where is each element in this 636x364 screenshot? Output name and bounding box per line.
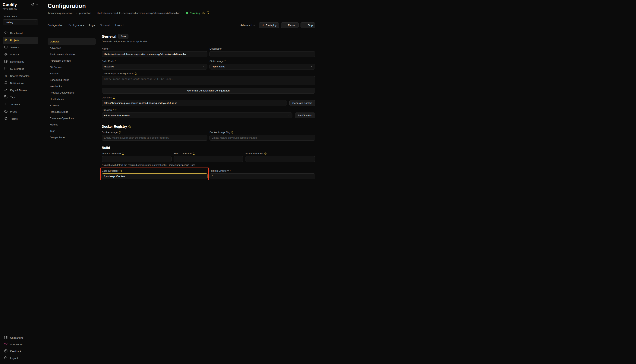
sidebar-item-projects[interactable]: Projects [3,37,38,44]
name-field: Name* [102,47,207,57]
breadcrumb-project[interactable]: illicitonion quote server [48,12,73,14]
info-icon[interactable] [231,131,234,134]
required-asterisk: * [230,170,231,172]
status-dot [186,12,188,14]
subnav-environment-variables[interactable]: Environment Variables [48,51,96,58]
map-icon [4,60,8,64]
docker-image-input[interactable] [102,135,207,141]
status-badge[interactable]: Running [190,12,200,14]
install-command-input[interactable] [102,156,172,162]
restart-button[interactable]: Restart [281,22,299,28]
sidebar-item-terminal[interactable]: Terminal [3,101,38,108]
build-pack-select[interactable]: Nixpacks [102,64,207,70]
start-command-input[interactable] [245,156,315,162]
required-asterisk: * [113,108,114,112]
breadcrumb: illicitonion quote server production ill… [48,11,315,15]
subnav-resource-limits[interactable]: Resource Limits [48,108,96,115]
tab-logs[interactable]: Logs [89,24,95,27]
tab-deployments[interactable]: Deployments [68,24,84,27]
chevron-down-icon [288,114,290,117]
sidebar-item-destinations[interactable]: Destinations [3,58,38,65]
team-select-value: Hosting [5,21,13,24]
header-actions: Advanced Redeploy Restart Stop [240,22,315,28]
generate-domain-button[interactable]: Generate Domain [289,100,315,106]
docker-image-tag-input[interactable] [209,135,315,141]
advanced-dropdown[interactable]: Advanced [240,24,255,27]
subnav-resource-operations[interactable]: Resource Operations [48,115,96,121]
chevron-down-icon [202,65,205,68]
subnav-general[interactable]: General [48,38,96,45]
required-asterisk: * [109,47,110,50]
subnav-rollback[interactable]: Rollback [48,102,96,108]
chevron-down-icon [310,65,313,68]
info-icon[interactable] [122,152,124,155]
sidebar-item-notifications[interactable]: Notifications [3,80,38,86]
general-form: General Save General configuration for y… [102,34,315,179]
tabs: Configuration Deployments Logs Terminal … [48,24,125,27]
static-image-select[interactable]: nginx:alpine [209,64,315,70]
base-directory-input[interactable] [102,173,207,179]
sidebar-collapse-icon[interactable] [36,3,38,6]
tag-icon [4,95,8,99]
direction-select[interactable]: Allow www & non-www. [102,112,292,118]
database-icon [4,67,8,71]
chevron-right-icon [182,12,184,14]
sidebar-item-teams[interactable]: Teams [3,115,38,122]
subnav-healthcheck[interactable]: Healthcheck [48,96,96,102]
description-input[interactable] [209,51,315,57]
build-command-input[interactable] [173,156,244,162]
theme-sun-icon[interactable] [31,3,34,7]
save-button[interactable]: Save [118,34,128,39]
sidebar-item-tags[interactable]: Tags [3,94,38,101]
subnav-metrics[interactable]: Metrics [48,121,96,128]
framework-docs-link[interactable]: Framework Specific Docs [167,164,195,166]
subnav-webhooks[interactable]: Webhooks [48,83,96,90]
subnav-git-source[interactable]: Git Source [48,64,96,70]
sidebar-item-keys-tokens[interactable]: Keys & Tokens [3,86,38,94]
generate-nginx-config-button[interactable]: Generate Default Nginx Configuration [102,88,315,94]
set-direction-button[interactable]: Set Direction [295,112,315,118]
key-icon [4,88,8,92]
tab-terminal[interactable]: Terminal [100,24,110,27]
custom-nginx-textarea[interactable] [102,76,315,85]
info-icon[interactable] [134,72,137,75]
info-icon[interactable] [264,152,267,155]
sidebar-item-dashboard[interactable]: Dashboard [3,30,38,37]
layers-icon [4,38,8,42]
subnav-servers[interactable]: Servers [48,70,96,77]
info-icon[interactable] [119,170,122,172]
subnav-persistent-storage[interactable]: Persistent Storage [48,58,96,64]
team-select[interactable]: Hosting [3,19,38,25]
sidebar-item-sources[interactable]: Sources [3,51,38,58]
nixpacks-note: Nixpacks will detect the required config… [102,164,315,166]
page-title: Configuration [48,3,315,10]
tab-configuration[interactable]: Configuration [48,24,63,27]
start-command-field: Start Command [245,152,315,162]
subnav-advanced[interactable]: Advanced [48,45,96,51]
sidebar-item-profile[interactable]: Profile [3,108,38,115]
sidebar-item-servers[interactable]: Servers [3,44,38,51]
publish-directory-input[interactable] [209,173,315,179]
info-icon[interactable] [115,109,117,112]
domains-input[interactable] [102,100,287,106]
redeploy-button[interactable]: Redeploy [259,22,279,28]
subnav-scheduled-tasks[interactable]: Scheduled Tasks [48,77,96,83]
tab-links[interactable]: Links [115,24,125,27]
current-team-label: Current Team [3,15,38,18]
subnav-preview-deployments[interactable]: Preview Deployments [48,90,96,96]
subnav-tags[interactable]: Tags [48,128,96,134]
sidebar-item-shared-variables[interactable]: (x) Shared Variables [3,72,38,80]
sidebar-item-s3-storages[interactable]: S3 Storages [3,65,38,72]
server-icon [4,45,8,50]
info-icon[interactable] [192,152,195,155]
info-icon[interactable] [128,125,131,128]
info-icon[interactable] [118,131,121,134]
name-input[interactable] [102,51,207,57]
subnav-danger-zone[interactable]: Danger Zone [48,134,96,140]
stop-button[interactable]: Stop [301,22,315,28]
custom-nginx-field: Custom Nginx Configuration [102,72,315,85]
breadcrumb-application[interactable]: illicitestonion/-module--decomposition:m… [97,12,180,14]
refresh-icon[interactable] [206,11,209,15]
info-icon[interactable] [113,96,115,99]
breadcrumb-environment[interactable]: production [79,12,91,14]
